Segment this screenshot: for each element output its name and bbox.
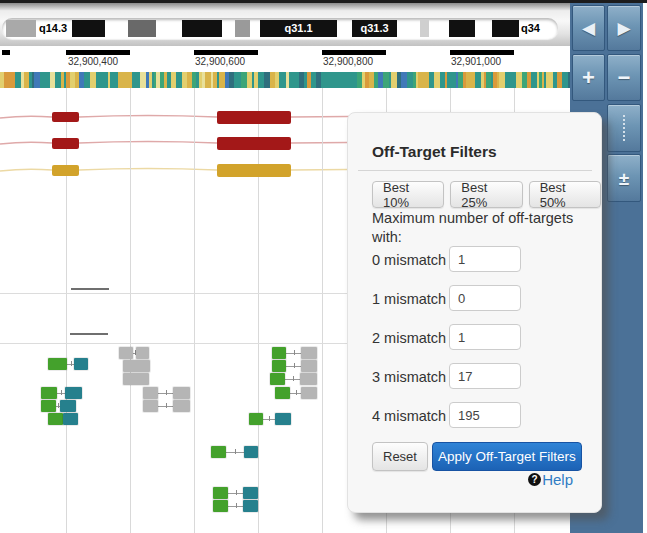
chromosome-ideogram[interactable]: q31.1q31.3q14.3q34: [2, 18, 558, 39]
mismatch-2-input[interactable]: [449, 324, 521, 350]
chromosome-ideogram-strip: q31.1q31.3q14.3q34: [0, 3, 572, 46]
ruler-tick-bar: [66, 50, 130, 55]
ruler-coordinate-label: 32,900,600: [195, 56, 245, 67]
help-link[interactable]: ? Help: [528, 471, 573, 488]
best-10-button[interactable]: Best 10%: [372, 181, 444, 208]
guide-feature-box[interactable]: [173, 400, 190, 412]
mismatch-3-input[interactable]: [449, 363, 521, 389]
gene-exon[interactable]: [217, 111, 291, 124]
reset-button[interactable]: Reset: [372, 442, 428, 471]
guide-feature-box[interactable]: [41, 387, 57, 399]
gene-exon[interactable]: [52, 138, 79, 149]
best-25-button[interactable]: Best 25%: [450, 181, 522, 208]
guide-feature-box[interactable]: [123, 373, 149, 385]
plus-minus-icon: ±: [619, 169, 629, 188]
ruler-tick-bar: [194, 50, 258, 55]
panel-divider: [358, 170, 592, 171]
panel-description: Maximum number of off-targets with:: [372, 209, 590, 247]
guide-feature-box[interactable]: [48, 358, 67, 370]
pan-right-icon: ▶: [617, 20, 630, 37]
pan-left-icon: ◀: [582, 20, 595, 37]
band-label: q31.1: [260, 20, 337, 37]
mismatch-4-label: 4 mismatch: [372, 408, 446, 424]
guide-feature-box[interactable]: [213, 500, 228, 512]
mismatch-row: 4 mismatch: [372, 402, 582, 430]
guide-feature-box[interactable]: [272, 360, 286, 372]
pan-left-button[interactable]: ◀: [572, 5, 605, 51]
track-resize-button[interactable]: [607, 104, 641, 152]
guide-feature-box[interactable]: [243, 487, 258, 499]
guide-feature-box[interactable]: [301, 347, 317, 359]
mismatch-row: 1 mismatch: [372, 285, 582, 313]
guide-feature-box[interactable]: [136, 347, 149, 359]
guide-line-feature[interactable]: [70, 333, 108, 335]
guide-feature-box[interactable]: [300, 373, 317, 385]
expand-collapse-button[interactable]: ±: [607, 154, 641, 202]
guide-feature-box[interactable]: [65, 387, 82, 399]
ruler-tick-bar: [2, 50, 10, 55]
guide-feature-box[interactable]: [249, 413, 263, 425]
pan-right-button[interactable]: ▶: [607, 5, 641, 51]
guide-feature-box[interactable]: [301, 360, 317, 372]
action-button-row: Reset Apply Off-Target Filters: [372, 442, 582, 471]
guide-feature-box[interactable]: [173, 387, 190, 399]
guide-feature-box[interactable]: [213, 487, 228, 499]
vertical-dots-icon: [623, 115, 625, 141]
guide-connector-tick: [166, 390, 167, 395]
guide-feature-box[interactable]: [301, 387, 317, 399]
preset-button-row: Best 10% Best 25% Best 50%: [372, 181, 601, 208]
guide-feature-box[interactable]: [48, 413, 63, 425]
mismatch-1-input[interactable]: [449, 285, 521, 311]
guide-feature-box[interactable]: [63, 413, 78, 425]
guide-feature-box[interactable]: [41, 400, 56, 412]
gene-exon[interactable]: [217, 137, 291, 150]
guide-connector-tick: [236, 503, 237, 508]
help-label: Help: [542, 471, 573, 488]
ruler-tick-bar: [450, 50, 514, 55]
mismatch-3-label: 3 mismatch: [372, 369, 446, 385]
coordinate-ruler[interactable]: 32,900,40032,900,60032,900,80032,901,000: [0, 46, 570, 72]
guide-feature-box[interactable]: [272, 347, 286, 359]
zoom-out-button[interactable]: −: [607, 54, 641, 101]
ruler-coordinate-label: 32,900,400: [68, 56, 118, 67]
off-target-filters-panel: Off-Target Filters Best 10% Best 25% Bes…: [347, 112, 602, 513]
gene-exon[interactable]: [52, 165, 79, 176]
question-mark-icon: ?: [528, 473, 541, 486]
guide-feature-box[interactable]: [119, 347, 133, 359]
mismatch-row: 0 mismatch: [372, 246, 582, 274]
gridline: [322, 46, 323, 533]
mismatch-1-label: 1 mismatch: [372, 291, 446, 307]
guide-feature-box[interactable]: [211, 446, 226, 458]
guide-feature-box[interactable]: [275, 387, 290, 399]
mismatch-4-input[interactable]: [449, 402, 521, 428]
mismatch-row: 3 mismatch: [372, 363, 582, 391]
band-label: q34: [521, 20, 540, 37]
guide-feature-box[interactable]: [123, 360, 150, 372]
ideogram-band: [492, 20, 519, 37]
zoom-in-button[interactable]: +: [572, 54, 605, 101]
guide-connector-tick: [71, 361, 72, 366]
ideogram-band: q31.1: [260, 20, 337, 37]
ideogram-band: [6, 20, 36, 37]
ideogram-band: [128, 20, 156, 37]
gene-exon[interactable]: [217, 164, 291, 177]
guide-connector-tick: [236, 490, 237, 495]
guide-feature-box[interactable]: [143, 387, 158, 399]
guide-feature-box[interactable]: [60, 400, 76, 412]
guide-line-feature[interactable]: [71, 288, 109, 290]
guide-feature-box[interactable]: [270, 373, 285, 385]
guide-feature-box[interactable]: [143, 400, 158, 412]
best-50-button[interactable]: Best 50%: [529, 181, 601, 208]
guide-feature-box[interactable]: [244, 446, 258, 458]
gridline: [130, 46, 131, 533]
guide-connector-tick: [294, 350, 295, 355]
guide-feature-box[interactable]: [74, 358, 88, 370]
guide-feature-box[interactable]: [275, 413, 291, 425]
gene-exon[interactable]: [52, 112, 79, 122]
gridline: [194, 46, 195, 533]
ideogram-band: [182, 20, 222, 37]
mismatch-0-input[interactable]: [449, 246, 521, 272]
guide-feature-box[interactable]: [243, 500, 258, 512]
conservation-heatmap-track[interactable]: [0, 72, 570, 88]
apply-off-target-filters-button[interactable]: Apply Off-Target Filters: [432, 442, 582, 471]
